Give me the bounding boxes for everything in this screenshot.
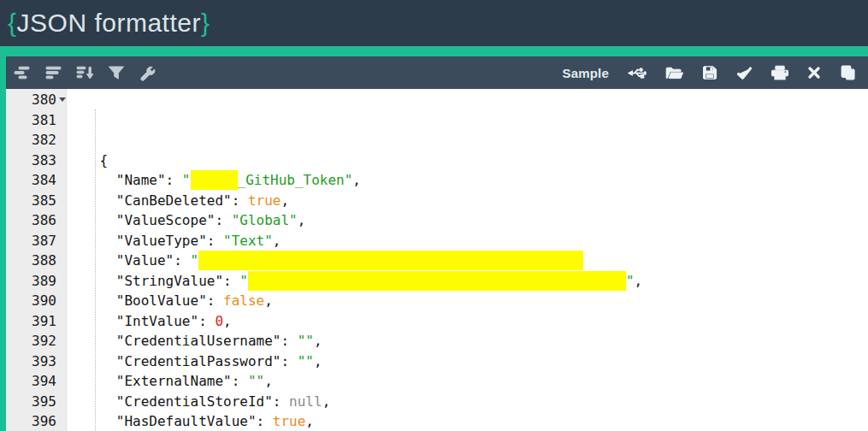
app-header: {JSON formatter} bbox=[0, 0, 868, 46]
code-line: { bbox=[67, 151, 868, 171]
line-number: 383 bbox=[6, 151, 66, 171]
line-number: 384 bbox=[6, 170, 66, 191]
line-number: 394 bbox=[6, 371, 66, 392]
code-content[interactable]: { "Name": "_GitHub_Token", "CanBeDeleted… bbox=[67, 89, 868, 431]
line-number: 385 bbox=[6, 191, 66, 211]
clear-x-icon bbox=[807, 66, 821, 80]
gutter: 3803813823833843853863873883893903913923… bbox=[6, 89, 67, 431]
line-number: 390 bbox=[6, 291, 66, 311]
share-url-icon bbox=[628, 65, 647, 80]
open-file-icon bbox=[665, 65, 683, 80]
line-number: 392 bbox=[6, 331, 66, 351]
format-icon bbox=[14, 65, 32, 80]
logo-brace-close: } bbox=[201, 9, 210, 37]
copy-button[interactable] bbox=[838, 63, 858, 82]
toolbar-left-group bbox=[12, 63, 157, 83]
repair-button[interactable] bbox=[137, 63, 157, 83]
line-number: 395 bbox=[6, 392, 66, 412]
redaction-highlight bbox=[191, 170, 238, 190]
open-file-button[interactable] bbox=[664, 63, 685, 82]
sort-button[interactable] bbox=[74, 63, 96, 82]
toolbar-right-group: Sample bbox=[560, 63, 858, 82]
filter-icon bbox=[108, 65, 125, 80]
print-button[interactable] bbox=[770, 63, 790, 82]
logo-brace-open: { bbox=[8, 9, 17, 37]
code-line: "Value": " bbox=[67, 251, 868, 271]
line-number: 388 bbox=[6, 251, 66, 271]
code-line: "ExternalName": "", bbox=[67, 371, 868, 392]
line-number: 386 bbox=[6, 210, 66, 231]
editor-toolbar: Sample bbox=[6, 56, 868, 89]
line-number: 382 bbox=[6, 130, 66, 151]
line-number: 393 bbox=[6, 351, 66, 372]
code-line: "CredentialPassword": "", bbox=[67, 351, 868, 372]
code-line: "CredentialStoreId": null, bbox=[67, 392, 868, 412]
line-number: 380 bbox=[6, 90, 66, 110]
fold-caret-icon[interactable] bbox=[59, 97, 66, 102]
print-icon bbox=[771, 65, 788, 80]
code-line: "Name": "_GitHub_Token", bbox=[67, 170, 868, 191]
app-logo[interactable]: {JSON formatter} bbox=[8, 9, 210, 38]
code-line: "CredentialUsername": "", bbox=[67, 331, 868, 351]
code-line: "HasDefaultValue": true, bbox=[67, 411, 868, 431]
copy-icon bbox=[840, 65, 856, 80]
main-area: Sample bbox=[0, 56, 868, 431]
code-line: "BoolValue": false, bbox=[67, 291, 868, 311]
share-url-button[interactable] bbox=[626, 63, 648, 82]
line-number: 391 bbox=[6, 311, 66, 332]
validate-check-icon bbox=[736, 66, 753, 80]
sort-icon bbox=[76, 65, 94, 80]
validate-button[interactable] bbox=[735, 64, 754, 82]
save-icon bbox=[702, 65, 717, 80]
repair-wrench-icon bbox=[139, 65, 156, 81]
format-button[interactable] bbox=[12, 63, 33, 82]
code-line: "ValueType": "Text", bbox=[67, 231, 868, 251]
left-accent-strip bbox=[0, 56, 6, 431]
code-line: "IntValue": 0, bbox=[67, 311, 868, 332]
filter-button[interactable] bbox=[106, 63, 127, 82]
line-number: 396 bbox=[6, 411, 66, 431]
app-title: JSON formatter bbox=[17, 9, 201, 37]
code-line: "StringValue": "", bbox=[67, 271, 868, 292]
code-line: "CanBeDeleted": true, bbox=[67, 191, 868, 211]
compact-icon bbox=[45, 65, 62, 80]
clear-button[interactable] bbox=[806, 64, 823, 81]
save-button[interactable] bbox=[700, 63, 719, 82]
redaction-highlight bbox=[198, 251, 583, 270]
json-editor: 3803813823833843853863873883893903913923… bbox=[6, 89, 868, 431]
code-line: "ValueScope": "Global", bbox=[67, 210, 868, 231]
line-number: 389 bbox=[6, 271, 66, 292]
compact-button[interactable] bbox=[44, 63, 64, 82]
accent-bar bbox=[0, 46, 868, 56]
redaction-highlight bbox=[248, 271, 626, 291]
line-number: 381 bbox=[6, 110, 66, 131]
sample-button[interactable]: Sample bbox=[560, 66, 611, 80]
line-number: 387 bbox=[6, 231, 66, 251]
